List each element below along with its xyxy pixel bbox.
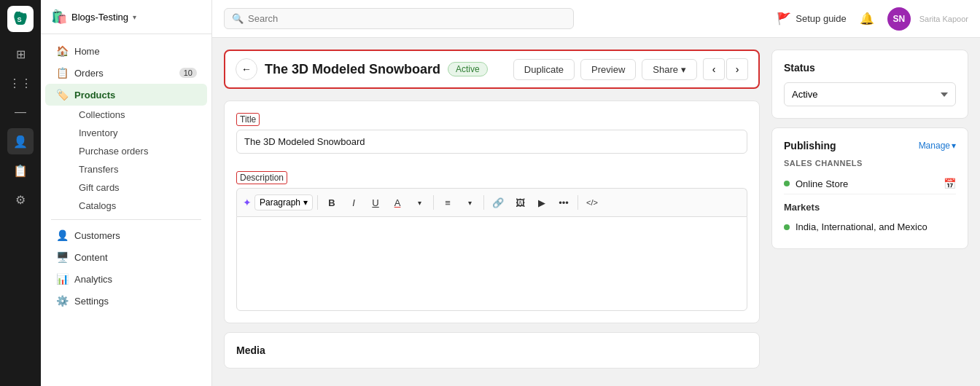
page-header-left: ← The 3D Modeled Snowboard Active [236, 58, 488, 80]
shopify-logo[interactable]: S [7, 6, 34, 32]
manage-chevron-icon: ▾ [952, 141, 956, 151]
video-button[interactable]: ▶ [532, 193, 551, 212]
next-button[interactable]: › [726, 58, 748, 80]
text-color-button[interactable]: A [388, 193, 407, 212]
channel-name: Online Store [796, 178, 938, 189]
avatar[interactable]: SN [887, 7, 911, 31]
market-active-dot-icon [784, 224, 790, 230]
preview-button[interactable]: Preview [580, 59, 636, 80]
sidebar-item-label: Home [74, 46, 100, 57]
chevron-down-icon: ▾ [681, 64, 686, 75]
title-input[interactable] [236, 130, 747, 154]
link-button[interactable]: 🔗 [489, 193, 508, 212]
notification-button[interactable]: 🔔 [855, 7, 879, 31]
duplicate-button[interactable]: Duplicate [513, 59, 575, 80]
text-color-dropdown[interactable]: ▾ [410, 193, 429, 212]
bold-button[interactable]: B [322, 193, 341, 212]
title-label: Title [236, 113, 260, 126]
customers-icon: 👤 [55, 229, 69, 241]
store-name: Blogs-Testing [71, 12, 128, 23]
status-select[interactable]: Active Draft Archived [784, 82, 956, 106]
paragraph-chevron-icon: ▾ [303, 197, 308, 208]
sidebar-item-products[interactable]: 🏷️ Products [45, 84, 207, 106]
italic-button[interactable]: I [344, 193, 363, 212]
main-area: 🔍 🚩 Setup guide 🔔 SN Sarita Kapoor ← The… [212, 0, 980, 386]
store-selector[interactable]: 🛍️ Blogs-Testing ▾ [51, 9, 136, 25]
page-header: ← The 3D Modeled Snowboard Active Duplic… [224, 50, 760, 89]
calendar-icon[interactable]: 📅 [944, 178, 956, 189]
sales-channels-subtitle: Sales channels [784, 159, 956, 168]
sidebar-item-label: Gift cards [79, 182, 120, 193]
sidebar-item-label: Settings [74, 296, 109, 307]
sidebar-item-orders[interactable]: 📋 Orders 10 [45, 62, 207, 84]
sidebar-item-collections[interactable]: Collections [71, 106, 207, 124]
markets-label: Markets [784, 202, 956, 213]
back-button[interactable]: ← [236, 58, 257, 80]
product-form: ← The 3D Modeled Snowboard Active Duplic… [224, 50, 760, 374]
sidebar-item-gift-cards[interactable]: Gift cards [71, 178, 207, 197]
sidebar-item-inventory[interactable]: Inventory [71, 124, 207, 142]
page-header-right: Duplicate Preview Share ▾ ‹ › [513, 58, 748, 80]
sidebar-item-purchase-orders[interactable]: Purchase orders [71, 142, 207, 160]
rail-dash-icon[interactable]: — [7, 99, 34, 125]
description-label: Description [236, 171, 287, 184]
analytics-icon: 📊 [55, 273, 69, 285]
sidebar-header: 🛍️ Blogs-Testing ▾ [41, 0, 211, 34]
nav-divider [51, 219, 201, 220]
user-name: Sarita Kapoor [919, 15, 968, 23]
sidebar-item-label: Orders [74, 68, 104, 79]
sidebar-item-label: Content [74, 252, 108, 263]
avatar-initials: SN [892, 14, 905, 24]
setup-guide-button[interactable]: 🚩 Setup guide [777, 12, 846, 25]
search-input[interactable] [248, 13, 566, 24]
prev-button[interactable]: ‹ [703, 58, 725, 80]
sidebar: 🛍️ Blogs-Testing ▾ 🏠 Home 📋 Orders 10 🏷️… [41, 0, 212, 386]
icon-rail: S ⊞ ⋮⋮ — 👤 📋 ⚙ [0, 0, 41, 386]
rail-products-icon[interactable]: 👤 [7, 128, 34, 154]
rail-grid-icon[interactable]: ⋮⋮ [7, 70, 34, 96]
sidebar-item-content[interactable]: 🖥️ Content [45, 246, 207, 268]
orders-icon: 📋 [55, 67, 69, 79]
share-button[interactable]: Share ▾ [642, 59, 697, 80]
code-button[interactable]: </> [583, 193, 602, 212]
paragraph-select[interactable]: Paragraph ▾ [254, 194, 313, 210]
sidebar-item-catalogs[interactable]: Catalogs [71, 197, 207, 215]
setup-guide-label: Setup guide [796, 13, 846, 24]
svg-text:S: S [17, 16, 21, 23]
more-button[interactable]: ••• [554, 193, 573, 212]
flag-icon: 🚩 [777, 12, 791, 25]
content-icon: 🖥️ [55, 251, 69, 263]
align-button[interactable]: ≡ [438, 193, 457, 212]
sidebar-item-home[interactable]: 🏠 Home [45, 40, 207, 62]
rail-home-icon[interactable]: ⊞ [7, 41, 34, 67]
title-description-card: Title Description ✦ Paragraph ▾ B I U A [224, 101, 760, 323]
topbar-right: 🚩 Setup guide 🔔 SN Sarita Kapoor [777, 7, 968, 31]
sidebar-item-label: Analytics [74, 274, 112, 285]
search-box[interactable]: 🔍 [224, 8, 574, 29]
sidebar-item-transfers[interactable]: Transfers [71, 160, 207, 178]
rail-orders-icon[interactable]: 📋 [7, 157, 34, 184]
chevron-down-icon: ▾ [133, 13, 136, 21]
manage-link[interactable]: Manage ▾ [919, 141, 956, 151]
sidebar-item-analytics[interactable]: 📊 Analytics [45, 268, 207, 290]
market-name: India, International, and Mexico [796, 221, 956, 232]
sidebar-item-label: Catalogs [79, 200, 116, 211]
publishing-card: Publishing Manage ▾ Sales channels Onlin… [771, 127, 968, 249]
align-dropdown[interactable]: ▾ [460, 193, 479, 212]
products-icon: 🏷️ [55, 89, 69, 101]
status-panel-title: Status [784, 62, 956, 74]
description-editor[interactable] [236, 216, 747, 311]
editor-toolbar: ✦ Paragraph ▾ B I U A ▾ ≡ ▾ 🔗 [236, 188, 747, 216]
image-button[interactable]: 🖼 [510, 193, 529, 212]
media-title: Media [236, 344, 265, 356]
search-icon: 🔍 [232, 13, 244, 24]
status-badge: Active [448, 62, 488, 76]
topbar: 🔍 🚩 Setup guide 🔔 SN Sarita Kapoor [212, 0, 980, 38]
sidebar-item-customers[interactable]: 👤 Customers [45, 224, 207, 246]
underline-button[interactable]: U [366, 193, 385, 212]
publishing-header: Publishing Manage ▾ [784, 140, 956, 151]
rail-gear-icon[interactable]: ⚙ [7, 186, 34, 213]
magic-icon[interactable]: ✦ [243, 197, 252, 208]
sidebar-item-settings[interactable]: ⚙️ Settings [45, 290, 207, 312]
publishing-title: Publishing [784, 140, 836, 151]
